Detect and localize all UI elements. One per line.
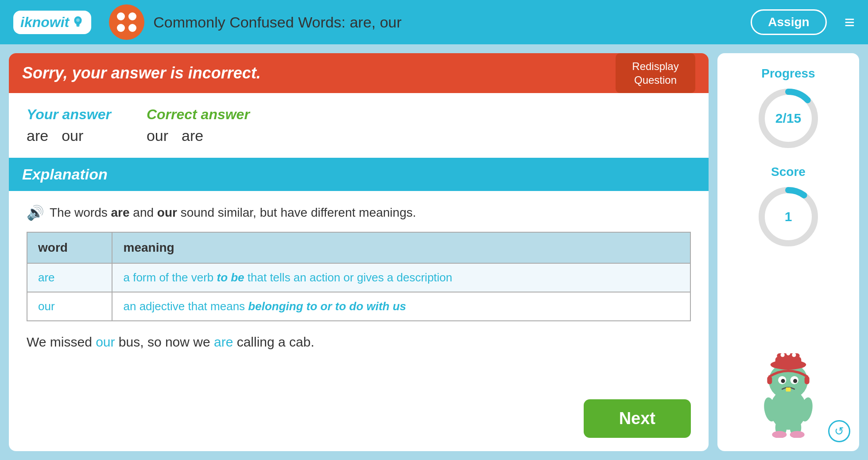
logo: iknowit [13,11,91,34]
correct-answer-words: our are [147,127,250,144]
correct-answer-col: Correct answer our are [147,106,250,144]
svg-point-19 [793,379,797,383]
explanation-title: Explanation [22,166,108,183]
score-title: Score [771,165,806,179]
word-table: word meaning are a form of the verb to b… [27,232,691,321]
incorrect-banner: Sorry, your answer is incorrect. Redispl… [9,53,709,93]
explanation-body: 🔊 The words are and our sound similar, b… [9,191,709,390]
correct-answer-word-2: are [182,127,203,144]
svg-point-15 [792,353,796,357]
dot-4 [128,24,136,32]
svg-rect-11 [775,357,802,368]
progress-circle: 2/15 [755,85,822,152]
score-circle: 1 [755,183,822,250]
progress-title: Progress [761,66,815,81]
your-answer-word-1: are [27,127,48,144]
character-area [744,263,833,438]
speaker-icon[interactable]: 🔊 [27,204,44,221]
svg-rect-1 [76,24,80,26]
your-answer-words: are our [27,127,111,144]
svg-rect-2 [77,26,79,27]
dot-2 [128,12,136,20]
logo-text: iknowit [20,14,69,31]
refresh-button[interactable]: ↺ [828,420,850,442]
table-header-word: word [27,232,112,263]
example-sentence: We missed our bus, so now we are calling… [27,335,691,350]
table-cell-meaning-2: an adjective that means belonging to or … [112,292,690,321]
explanation-header: Explanation [9,158,709,191]
table-cell-meaning-1: a form of the verb to be that tells an a… [112,263,690,292]
lesson-icon [109,4,144,40]
dot-3 [117,24,125,32]
highlighted-are: are [214,335,233,349]
svg-point-13 [781,353,785,357]
highlighted-our: our [96,335,115,349]
progress-section: Progress 2/15 [755,66,822,152]
menu-button[interactable]: ≡ [845,13,855,31]
main-area: Sorry, your answer is incorrect. Redispl… [9,53,859,451]
header: iknowit Commonly Confused Words: are, ou… [0,0,868,44]
next-button[interactable]: Next [584,399,691,438]
svg-rect-22 [786,387,791,391]
dot-1 [117,12,125,20]
left-panel: Sorry, your answer is incorrect. Redispl… [9,53,709,451]
your-answer-word-2: our [62,127,83,144]
svg-point-3 [76,18,80,22]
table-row: are a form of the verb to be that tells … [27,263,690,292]
character-illustration [744,340,833,438]
svg-point-14 [786,351,790,355]
table-cell-word-1: are [27,263,112,292]
your-answer-col: Your answer are our [27,106,111,144]
redisplay-button[interactable]: Redisplay Question [616,53,695,93]
refresh-icon: ↺ [834,425,844,438]
svg-point-18 [781,379,785,383]
next-btn-container: Next [9,390,709,451]
bulb-icon [72,16,84,28]
right-panel: Progress 2/15 Score 1 [717,53,859,451]
incorrect-message: Sorry, your answer is incorrect. [22,64,607,82]
progress-text: 2/15 [775,111,801,126]
score-section: Score 1 [755,165,822,250]
answer-section: Your answer are our Correct answer our a… [9,93,709,158]
table-cell-word-2: our [27,292,112,321]
score-text: 1 [785,209,792,224]
correct-answer-word-1: our [147,127,168,144]
correct-answer-label: Correct answer [147,106,250,123]
assign-button[interactable]: Assign [751,9,826,35]
table-row: our an adjective that means belonging to… [27,292,690,321]
lesson-title: Commonly Confused Words: are, our [153,14,742,31]
explanation-intro: 🔊 The words are and our sound similar, b… [27,204,691,221]
explanation-intro-text: The words are and our sound similar, but… [50,206,416,220]
your-answer-label: Your answer [27,106,111,123]
table-header-meaning: meaning [112,232,690,263]
